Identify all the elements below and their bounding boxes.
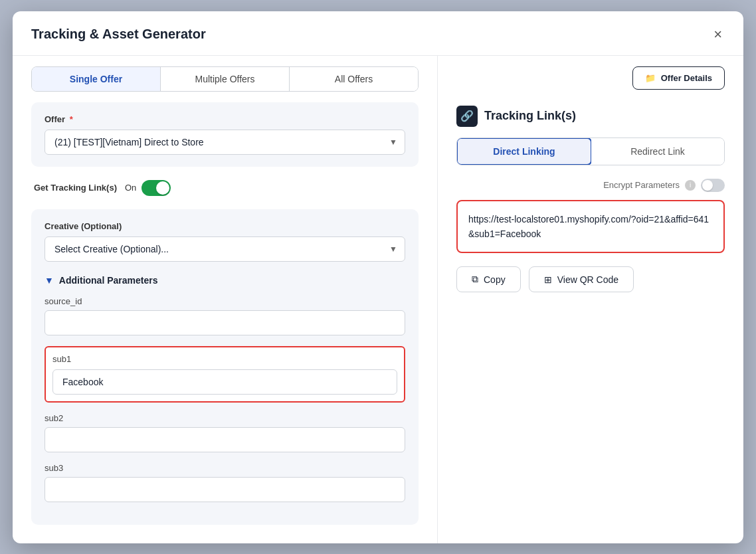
modal-title: Tracking & Asset Generator xyxy=(31,27,206,42)
creative-field-label: Creative (Optional) xyxy=(45,221,405,231)
encrypt-label: Encrypt Parameters xyxy=(603,180,680,190)
offer-details-button[interactable]: 📁 Offer Details xyxy=(632,66,725,90)
toggle-text: On xyxy=(125,183,136,193)
tab-redirect-link[interactable]: Redirect Link xyxy=(591,138,724,165)
param-input-sub3[interactable] xyxy=(45,477,405,502)
encrypt-toggle[interactable] xyxy=(701,179,725,192)
file-icon: 📁 xyxy=(645,73,656,83)
modal-body: Single Offer Multiple Offers All Offers … xyxy=(13,56,743,543)
copy-icon: ⧉ xyxy=(472,274,478,285)
modal: Tracking & Asset Generator × Single Offe… xyxy=(13,11,743,543)
offer-section: Offer * (21) [TEST][Vietnam] Direct to S… xyxy=(31,102,419,167)
toggle-row: Get Tracking Link(s) On xyxy=(31,180,419,196)
tracking-url-box: https://test-localstore01.myshopify.com/… xyxy=(456,200,725,254)
param-field-sub2: sub2 xyxy=(45,413,405,452)
tracking-links-header: 🔗 Tracking Link(s) xyxy=(456,106,725,127)
encrypt-row: Encrypt Parameters i xyxy=(456,179,725,192)
left-panel: Single Offer Multiple Offers All Offers … xyxy=(13,56,438,543)
param-label-sub3: sub3 xyxy=(45,463,405,473)
required-marker: * xyxy=(70,114,73,124)
param-input-sub1[interactable] xyxy=(52,369,397,395)
param-label-source-id: source_id xyxy=(45,296,405,306)
modal-header: Tracking & Asset Generator × xyxy=(13,11,743,56)
offer-select-wrapper: (21) [TEST][Vietnam] Direct to Store ▼ xyxy=(45,130,405,155)
encrypt-toggle-thumb xyxy=(702,180,713,191)
toggle-thumb xyxy=(156,181,169,195)
modal-backdrop: Tracking & Asset Generator × Single Offe… xyxy=(0,0,756,554)
param-label-sub2: sub2 xyxy=(45,413,405,423)
action-buttons: ⧉ Copy ⊞ View QR Code xyxy=(456,266,725,292)
offer-select[interactable]: (21) [TEST][Vietnam] Direct to Store xyxy=(45,130,405,155)
offer-tabs: Single Offer Multiple Offers All Offers xyxy=(31,66,419,92)
param-field-sub3: sub3 xyxy=(45,463,405,502)
tab-direct-linking[interactable]: Direct Linking xyxy=(456,138,592,165)
creative-select[interactable]: Select Creative (Optional)... xyxy=(45,236,405,262)
tab-single-offer[interactable]: Single Offer xyxy=(32,67,161,91)
param-label-sub1: sub1 xyxy=(52,354,397,364)
close-button[interactable]: × xyxy=(711,25,725,45)
tab-all-offers[interactable]: All Offers xyxy=(290,67,418,91)
param-input-source-id[interactable] xyxy=(45,310,405,335)
creative-field: Creative (Optional) Select Creative (Opt… xyxy=(45,221,405,262)
right-panel: 📁 Offer Details 🔗 Tracking Link(s) Direc… xyxy=(438,56,743,543)
tracking-links-section: 🔗 Tracking Link(s) Direct Linking Redire… xyxy=(456,106,725,293)
toggle-switch[interactable]: On xyxy=(125,180,171,196)
info-icon[interactable]: i xyxy=(685,180,696,191)
view-qr-code-button[interactable]: ⊞ View QR Code xyxy=(529,266,634,292)
copy-button[interactable]: ⧉ Copy xyxy=(456,266,521,292)
qr-icon: ⊞ xyxy=(544,274,552,285)
toggle-section-label: Get Tracking Link(s) xyxy=(34,183,117,193)
chevron-icon: ▼ xyxy=(45,275,54,286)
toggle-track[interactable] xyxy=(142,180,171,196)
additional-params-title: Additional Parameters xyxy=(59,275,158,286)
link-icon: 🔗 xyxy=(456,106,478,127)
params-section: Creative (Optional) Select Creative (Opt… xyxy=(31,209,419,525)
link-type-tabs: Direct Linking Redirect Link xyxy=(456,138,725,165)
creative-select-wrapper-inner: Select Creative (Optional)... ▼ xyxy=(45,236,405,262)
tab-multiple-offers[interactable]: Multiple Offers xyxy=(161,67,290,91)
offer-details-row: 📁 Offer Details xyxy=(456,66,725,100)
param-input-sub2[interactable] xyxy=(45,427,405,452)
tracking-links-title: Tracking Link(s) xyxy=(484,109,576,123)
additional-params-header[interactable]: ▼ Additional Parameters xyxy=(45,275,405,286)
param-field-sub1: sub1 xyxy=(45,346,405,403)
param-field-source-id: source_id xyxy=(45,296,405,335)
offer-field-label: Offer * xyxy=(45,114,405,124)
